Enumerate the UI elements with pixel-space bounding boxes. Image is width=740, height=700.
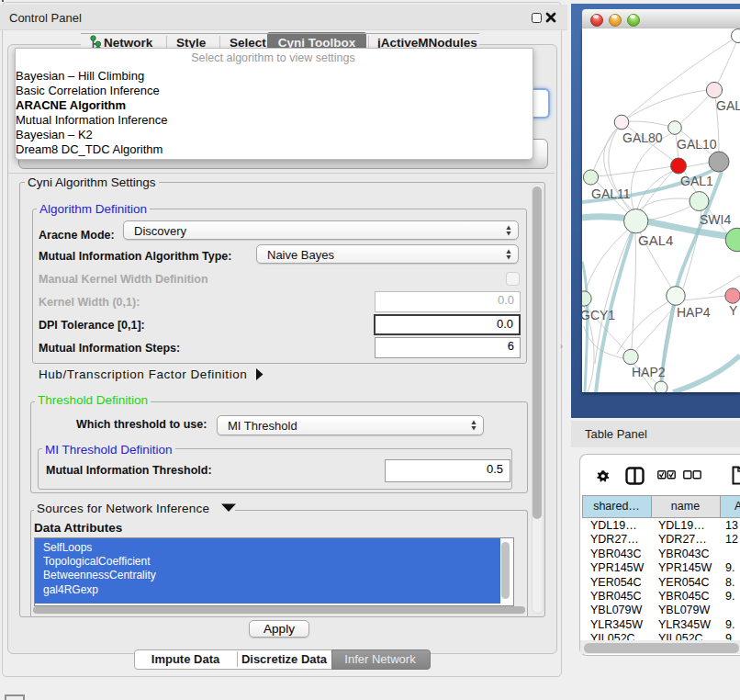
svg-text:HAP4: HAP4 [677,305,711,320]
svg-text:GCY1: GCY1 [582,308,615,322]
svg-text:HAP2: HAP2 [632,365,666,379]
svg-text:GAL11: GAL11 [591,186,631,201]
svg-text:GAL1: GAL1 [680,174,713,188]
svg-text:SWI4: SWI4 [700,212,731,227]
svg-text:GAL10: GAL10 [677,137,717,152]
svg-text:GAL80: GAL80 [622,130,663,145]
svg-text:GAL4: GAL4 [638,232,673,248]
svg-text:GAL: GAL [716,98,740,113]
svg-text:Y: Y [729,303,738,318]
